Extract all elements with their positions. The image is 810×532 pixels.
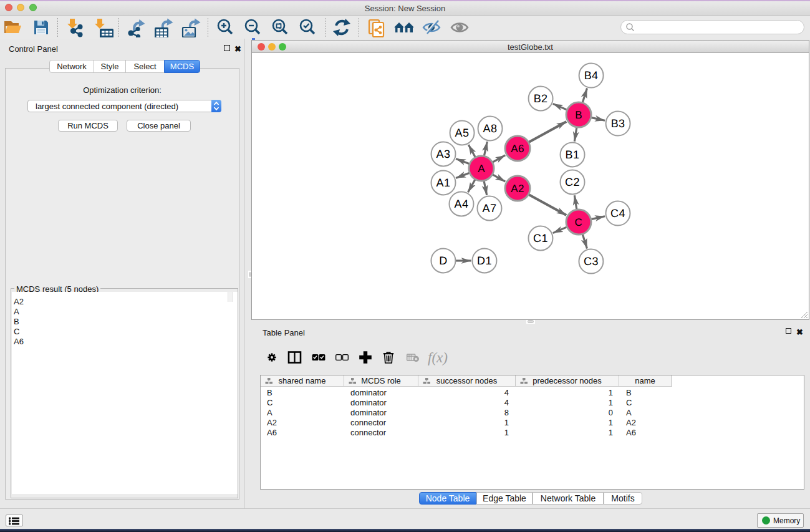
- svg-text:B3: B3: [611, 117, 625, 130]
- svg-text:A2: A2: [511, 183, 524, 195]
- svg-text:C3: C3: [584, 255, 599, 268]
- svg-text:B1: B1: [566, 148, 580, 161]
- svg-text:B2: B2: [534, 92, 548, 105]
- svg-text:C: C: [575, 216, 583, 228]
- svg-text:D1: D1: [477, 254, 492, 267]
- svg-text:A1: A1: [436, 177, 451, 189]
- svg-text:B: B: [575, 109, 582, 121]
- svg-text:B4: B4: [584, 69, 599, 82]
- svg-text:C4: C4: [610, 207, 625, 220]
- svg-text:A8: A8: [483, 122, 498, 135]
- svg-text:A3: A3: [436, 148, 451, 160]
- svg-text:A: A: [478, 163, 485, 175]
- svg-text:f(x): f(x): [428, 350, 448, 365]
- svg-text:A4: A4: [455, 198, 469, 210]
- svg-text:C2: C2: [565, 176, 580, 188]
- svg-text:D: D: [439, 254, 447, 267]
- svg-text:A5: A5: [455, 127, 470, 139]
- svg-text:A6: A6: [511, 143, 524, 155]
- svg-text:A7: A7: [483, 202, 497, 215]
- svg-text:C1: C1: [533, 232, 548, 244]
